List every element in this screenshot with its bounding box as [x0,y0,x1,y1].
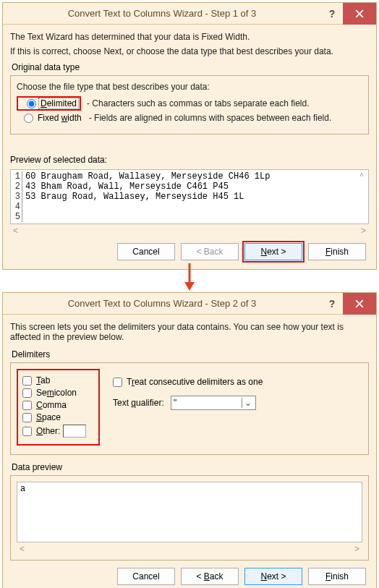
close-button[interactable] [343,293,376,315]
treat-consecutive-label[interactable]: Treat consecutive delimiters as one [127,377,263,387]
preview-row: 243 Bham Road, Wall, Merseyside C461 P45 [12,182,368,192]
cancel-button[interactable]: Cancel [117,243,175,260]
scroll-right-icon[interactable]: > [361,226,366,236]
preview-row: 160 Braugham Road, Wallasey, Merseyside … [12,171,368,182]
data-preview-box: a [17,482,362,542]
text-qualifier-value: " [174,398,176,408]
flow-arrow [0,272,379,290]
cancel-button[interactable]: Cancel [117,568,175,585]
help-button[interactable]: ? [321,3,343,25]
back-button: < Back [181,243,239,260]
radio-fixed-width[interactable] [24,114,33,123]
scroll-left-icon[interactable]: < [20,544,25,554]
finish-button[interactable]: Finish [308,568,366,585]
scroll-up-icon[interactable]: ^ [357,171,367,182]
group-label-original: Original data type [12,62,369,72]
choose-label: Choose the file type that best describes… [17,82,362,92]
text-qualifier-label: Text qualifier: [113,398,171,408]
dialog-title: Convert Text to Columns Wizard - Step 1 … [3,8,321,19]
original-data-type-group: Choose the file type that best describes… [10,75,369,135]
button-row: Cancel < Back Next > Finish [10,236,369,263]
button-row: Cancel < Back Next > Finish [10,561,369,588]
dialog-title: Convert Text to Columns Wizard - Step 2 … [3,298,321,309]
preview-row: 353 Braug Road, Wallasey, Merseyside H45… [12,192,368,202]
titlebar: Convert Text to Columns Wizard - Step 1 … [3,3,376,25]
intro-text-1: The Text Wizard has determined that your… [10,32,369,42]
radio-delimited-label[interactable]: Delimited [39,98,78,108]
preview-row: 5 [12,212,368,222]
help-button[interactable]: ? [321,293,343,315]
checkbox-other[interactable] [22,427,32,436]
delimited-desc: - Characters such as commas or tabs sepa… [87,98,309,108]
wizard-step1-dialog: Convert Text to Columns Wizard - Step 1 … [2,2,377,270]
checkbox-other-label[interactable]: Other: [36,426,60,436]
preview-row: 4 [12,202,368,212]
checkbox-semicolon-label[interactable]: Semicolon [36,388,77,398]
back-button[interactable]: < Back [181,568,239,585]
horizontal-scroll[interactable]: <> [17,542,362,554]
next-button[interactable]: Next > [244,568,302,585]
fixed-desc: - Fields are aligned in columns with spa… [89,113,332,123]
checkbox-space[interactable] [22,413,32,422]
preview-box: 160 Braugham Road, Wallasey, Merseyside … [10,169,369,224]
chevron-down-icon: ⌄ [242,398,253,408]
data-preview-content: a [20,484,359,494]
intro-text: This screen lets you set the delimiters … [10,322,369,342]
radio-delimited[interactable] [27,99,36,108]
radio-row-fixed: Fixed width - Fields are aligned in colu… [17,113,362,123]
delimiter-options-panel: Treat consecutive delimiters as one Text… [100,369,263,446]
close-button[interactable] [343,3,376,25]
data-preview-group: a <> [10,475,369,561]
checkbox-comma[interactable] [22,401,32,410]
data-preview-label: Data preview [12,462,369,472]
preview-label: Preview of selected data: [10,155,369,165]
radio-row-delimited: Delimited - Characters such as commas or… [17,96,362,111]
close-icon [355,9,364,18]
checkbox-treat-consecutive[interactable] [113,378,122,387]
text-qualifier-select[interactable]: " ⌄ [171,396,256,410]
checkbox-space-label[interactable]: Space [36,412,61,422]
scroll-right-icon[interactable]: > [354,544,359,554]
titlebar: Convert Text to Columns Wizard - Step 2 … [3,293,376,315]
checkbox-semicolon[interactable] [22,388,32,398]
close-icon [355,299,364,308]
delimiter-checkbox-panel: Tab Semicolon Comma Space Other: [17,369,100,446]
checkbox-comma-label[interactable]: Comma [36,400,67,410]
checkbox-tab-label[interactable]: Tab [36,375,50,385]
wizard-step2-dialog: Convert Text to Columns Wizard - Step 2 … [2,292,377,588]
scroll-left-icon[interactable]: < [13,226,18,236]
finish-button[interactable]: Finish [308,243,366,260]
other-delimiter-input[interactable] [63,425,86,438]
radio-fixed-label[interactable]: Fixed width [36,113,83,123]
intro-text-2: If this is correct, choose Next, or choo… [10,46,369,56]
checkbox-tab[interactable] [22,376,32,385]
horizontal-scroll[interactable]: <> [10,224,369,236]
next-button[interactable]: Next > [244,243,302,260]
group-label-delimiters: Delimiters [12,349,369,359]
delimiters-group: Tab Semicolon Comma Space Other: Treat c… [10,362,369,455]
